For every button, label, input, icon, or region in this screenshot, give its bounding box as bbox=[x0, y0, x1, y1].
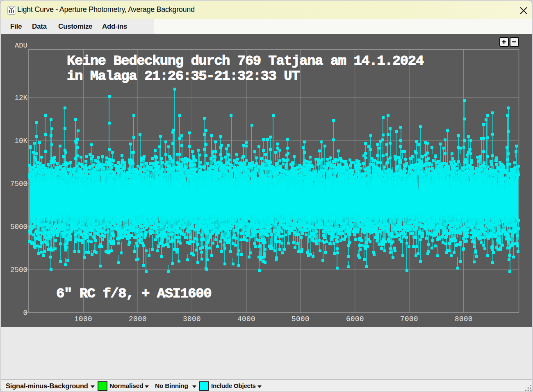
svg-text:Keine Bedeckung durch 769 Tatj: Keine Bedeckung durch 769 Tatjana am 14.… bbox=[67, 53, 424, 69]
svg-text:6000: 6000 bbox=[346, 315, 364, 323]
svg-text:in Malaga 21:26:35-21:32:33 UT: in Malaga 21:26:35-21:32:33 UT bbox=[67, 68, 300, 84]
svg-text:2000: 2000 bbox=[129, 315, 147, 323]
svg-text:ADU: ADU bbox=[15, 42, 27, 50]
svg-text:5000: 5000 bbox=[292, 315, 310, 323]
svg-text:1000: 1000 bbox=[74, 315, 92, 323]
svg-text:6" RC f/8, + ASI1600: 6" RC f/8, + ASI1600 bbox=[56, 286, 211, 301]
svg-text:12K: 12K bbox=[14, 94, 27, 102]
svg-text:8000: 8000 bbox=[455, 315, 473, 323]
svg-text:0: 0 bbox=[23, 309, 27, 317]
svg-text:3000: 3000 bbox=[183, 315, 201, 323]
svg-text:10K: 10K bbox=[14, 137, 27, 145]
svg-text:2500: 2500 bbox=[10, 266, 27, 274]
svg-text:5000: 5000 bbox=[10, 223, 27, 231]
svg-text:4000: 4000 bbox=[237, 315, 255, 323]
svg-text:7500: 7500 bbox=[10, 180, 27, 188]
svg-text:7000: 7000 bbox=[400, 315, 418, 323]
